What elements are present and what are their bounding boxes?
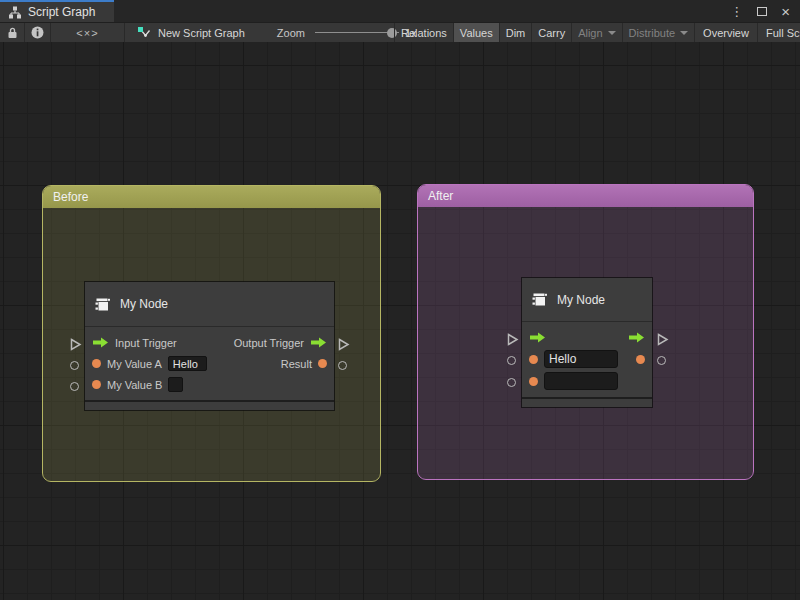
flow-out-arrow-icon[interactable] bbox=[628, 332, 645, 343]
flow-output-port[interactable] bbox=[656, 333, 669, 346]
script-graph-icon bbox=[8, 6, 22, 19]
node-after[interactable]: My Node bbox=[522, 278, 652, 407]
group-after-header[interactable]: After bbox=[418, 185, 753, 207]
align-dropdown[interactable]: Align bbox=[572, 23, 621, 42]
node-icon bbox=[94, 296, 111, 313]
flow-out-arrow-icon[interactable] bbox=[310, 337, 327, 348]
node-before-header[interactable]: My Node bbox=[85, 282, 334, 327]
relations-button[interactable]: Relations bbox=[395, 23, 453, 42]
port-label: My Value B bbox=[107, 379, 162, 391]
values-button[interactable]: Values bbox=[454, 23, 499, 42]
node-footer bbox=[522, 397, 652, 407]
graph-asset-icon bbox=[137, 26, 151, 39]
value-input-port[interactable] bbox=[70, 382, 79, 391]
close-icon[interactable]: × bbox=[781, 4, 790, 19]
value-a-input[interactable] bbox=[544, 350, 618, 368]
zoom-label: Zoom bbox=[277, 27, 305, 39]
value-port-icon[interactable] bbox=[92, 380, 101, 389]
node-after-body bbox=[522, 322, 652, 397]
graph-toolbar: <×> New Script Graph Zoom 1x Relat bbox=[0, 22, 800, 42]
graph-asset-button[interactable]: New Script Graph bbox=[125, 23, 251, 42]
port-label: Result bbox=[281, 358, 312, 370]
group-before-header[interactable]: Before bbox=[43, 186, 380, 208]
chevron-down-icon bbox=[608, 31, 616, 35]
value-port-icon[interactable] bbox=[529, 355, 538, 364]
node-row-value-a: My Value A Result bbox=[85, 353, 334, 374]
value-input-port[interactable] bbox=[70, 361, 79, 370]
value-port-icon[interactable] bbox=[529, 377, 538, 386]
flow-in-arrow-icon[interactable] bbox=[92, 337, 109, 348]
node-icon bbox=[531, 291, 548, 308]
dim-button[interactable]: Dim bbox=[500, 23, 532, 42]
value-b-input[interactable] bbox=[544, 372, 618, 390]
value-a-input[interactable] bbox=[168, 356, 207, 371]
unity-script-graph-window: Script Graph ⋮ × <×> bbox=[0, 0, 800, 600]
tab-script-graph[interactable]: Script Graph bbox=[0, 0, 114, 22]
maximize-icon[interactable] bbox=[757, 7, 767, 16]
value-port-icon[interactable] bbox=[636, 355, 645, 364]
toolbar-right-cluster: Relations Values Dim Carry Align Distrib… bbox=[394, 23, 800, 42]
overview-button[interactable]: Overview bbox=[695, 23, 757, 42]
code-view-button[interactable]: <×> bbox=[51, 23, 124, 42]
carry-button[interactable]: Carry bbox=[532, 23, 571, 42]
group-title: After bbox=[428, 189, 453, 203]
node-row-trigger: Input Trigger Output Trigger bbox=[85, 332, 334, 353]
node-before-body: Input Trigger Output Trigger My Value A … bbox=[85, 327, 334, 400]
value-output-port[interactable] bbox=[657, 356, 666, 365]
node-title: My Node bbox=[120, 297, 168, 311]
value-port-icon[interactable] bbox=[318, 359, 327, 368]
window-controls: ⋮ × bbox=[730, 0, 800, 22]
node-after-header[interactable]: My Node bbox=[522, 278, 652, 322]
info-icon[interactable] bbox=[25, 23, 50, 42]
value-port-icon[interactable] bbox=[92, 359, 101, 368]
node-footer bbox=[85, 400, 334, 410]
zoom-slider[interactable] bbox=[315, 23, 399, 43]
full-screen-button[interactable]: Full Screen bbox=[758, 23, 800, 42]
menu-kebab-icon[interactable]: ⋮ bbox=[730, 5, 743, 18]
distribute-dropdown[interactable]: Distribute bbox=[623, 23, 694, 42]
lock-icon[interactable] bbox=[0, 23, 24, 42]
port-label: Output Trigger bbox=[234, 337, 304, 349]
node-title: My Node bbox=[557, 293, 605, 307]
flow-input-port[interactable] bbox=[506, 333, 519, 346]
tab-label: Script Graph bbox=[28, 5, 95, 19]
graph-asset-name: New Script Graph bbox=[158, 27, 245, 39]
node-row-value-b: My Value B bbox=[85, 374, 334, 395]
port-label: Input Trigger bbox=[115, 337, 177, 349]
chevron-down-icon bbox=[680, 31, 688, 35]
value-b-input[interactable] bbox=[168, 377, 183, 392]
group-title: Before bbox=[53, 190, 88, 204]
node-row-value-b bbox=[522, 370, 652, 392]
node-row-value-a bbox=[522, 348, 652, 370]
node-before[interactable]: My Node Input Trigger Output Trigger bbox=[85, 282, 334, 410]
code-icon: <×> bbox=[76, 27, 98, 39]
node-row-trigger bbox=[522, 327, 652, 348]
port-label: My Value A bbox=[107, 358, 162, 370]
value-input-port[interactable] bbox=[507, 378, 516, 387]
graph-canvas[interactable]: Before After bbox=[0, 42, 800, 600]
flow-output-port[interactable] bbox=[337, 338, 350, 351]
flow-input-port[interactable] bbox=[69, 338, 82, 351]
flow-in-arrow-icon[interactable] bbox=[529, 332, 546, 343]
value-input-port[interactable] bbox=[507, 356, 516, 365]
tab-bar: Script Graph ⋮ × bbox=[0, 0, 800, 22]
value-output-port[interactable] bbox=[338, 361, 347, 370]
